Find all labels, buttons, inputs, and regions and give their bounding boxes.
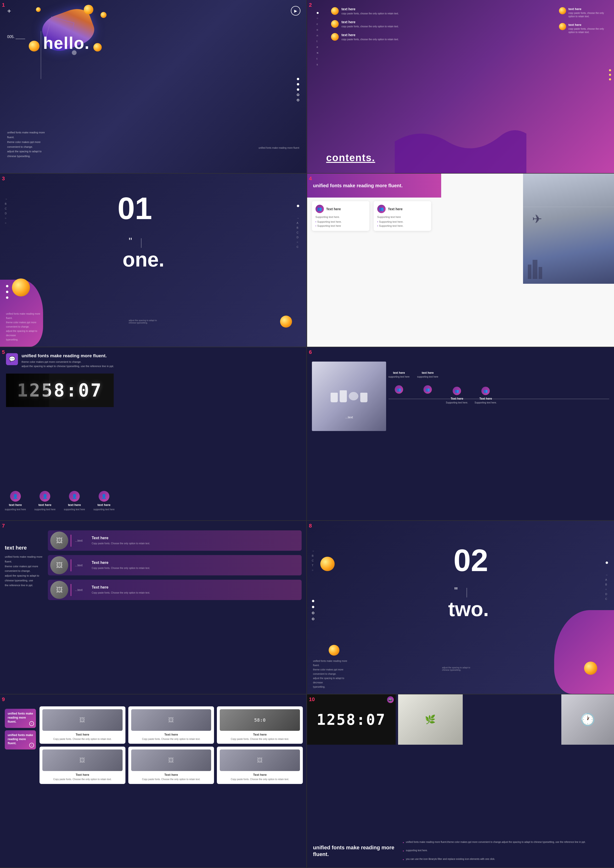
slide-8: 8 → B C T ○ 02 xyxy=(307,521,614,694)
img-placeholder-2: 🖼 xyxy=(56,561,63,569)
bullet-dot-2: • xyxy=(315,224,316,227)
s10-bullet-row-2: • supporting text here. xyxy=(403,848,609,854)
s8-right-nav-6: C xyxy=(605,598,608,600)
arrow-button[interactable]: ▶ xyxy=(291,6,301,16)
grid-card-1-text: Copy paste fonts. Choose the only option… xyxy=(42,738,122,741)
dot-1 xyxy=(297,78,299,80)
header-bar: unified fonts make reading more fluent. xyxy=(307,174,441,197)
card-2-header: 👥 Text here xyxy=(377,205,428,213)
grid-img-6: 🖼 xyxy=(220,750,300,771)
top-title: unified fonts make reading more fluent. xyxy=(22,353,114,359)
timeline-line xyxy=(389,399,609,399)
node-1-top-title: text here xyxy=(393,371,405,374)
purple-blob-right xyxy=(554,610,614,694)
slide-6-photo xyxy=(312,362,386,431)
right-card-1-desc: copy paste fonts, choose the only option… xyxy=(569,11,607,18)
left-nav-5: ○ xyxy=(5,217,8,220)
s10-timer-display: 1258:07 xyxy=(317,711,386,728)
desc-line-5: typesetting. xyxy=(6,338,42,342)
card-1-info: Text here Copy paste fonts. Choose the o… xyxy=(91,536,302,545)
node-4-bottom-sub: Supporting text here. xyxy=(475,401,497,404)
s8-nav-4: T xyxy=(312,564,315,567)
bottom-left-text: unified fonts make reading more fluent. … xyxy=(7,130,45,159)
bullet-text-4: Supporting text here. xyxy=(379,224,403,227)
nav-text-4: n xyxy=(317,34,319,37)
s8-right-nav: → A B ○ D C xyxy=(605,573,608,600)
card-title-1: Text here xyxy=(91,536,302,540)
card-1-bullet-2: • Supporting text here xyxy=(315,224,366,227)
nav-text-8: t xyxy=(317,57,319,60)
nav-text-9: s xyxy=(317,63,319,66)
dot-5 xyxy=(297,99,299,101)
icon-item-1: 👤 text here supporting text here xyxy=(5,491,26,511)
card-text-label-2: ...text xyxy=(75,564,88,567)
card-1-content: text here copy paste fonts, choose the o… xyxy=(341,7,399,16)
s8-bt-1: unified fonts make reading more fluent. xyxy=(313,659,351,668)
card-img-3: 🖼 xyxy=(50,581,68,599)
card-2-title: Text here xyxy=(388,207,403,211)
right-nav-4: C xyxy=(296,231,299,234)
node-group-1: text here supporting text here 👥 xyxy=(389,371,409,394)
s8-nav-1: → xyxy=(312,550,315,553)
gold-ball-3 xyxy=(36,7,41,12)
structure-3 xyxy=(539,267,542,279)
s8-gold-ball-2 xyxy=(329,645,340,655)
left-nav-items: → B C D ○ ○ xyxy=(5,197,8,224)
s8-right-nav-1: → xyxy=(605,573,608,576)
desc-line-1: unified fonts make reading more fluent. xyxy=(6,312,42,320)
card-2-info: Text here Copy paste fonts. Choose the o… xyxy=(91,561,302,570)
card-2-title: text here xyxy=(341,20,399,24)
slide-7-number: 7 xyxy=(2,523,5,529)
icon-circle-3: 👤 xyxy=(69,491,80,502)
bullet-text-2: Supporting text here xyxy=(317,224,341,227)
grid-img-1: 🖼 xyxy=(42,709,122,731)
slide-9-number: 9 xyxy=(2,696,5,703)
icon-circle-4: 👤 xyxy=(99,491,109,502)
right-dot-gold-2 xyxy=(609,74,611,76)
slide-6-number: 6 xyxy=(309,349,312,356)
nav-dot-1 xyxy=(317,12,319,14)
gold-ball-5 xyxy=(93,43,102,51)
feature-card-1: 👥 Text here Supporting text here. • Supp… xyxy=(312,201,369,231)
horizon-line xyxy=(523,207,614,207)
quote-mark: " xyxy=(129,236,132,247)
right-gold-ball-1 xyxy=(559,7,566,14)
banner-2-text: unified fonts make reading more fluent. xyxy=(8,733,33,745)
banner-2-arrow[interactable]: › xyxy=(29,743,34,748)
airplane-icon: ✈ xyxy=(532,212,542,226)
right-card-2-title: text here xyxy=(569,23,607,26)
s10-bottom-left: unified fonts make reading more fluent. xyxy=(313,844,399,858)
slide-3: 3 → B C D ○ ○ 01 " xyxy=(0,174,307,347)
card-1-title: text here xyxy=(341,7,399,11)
node-4-bottom-title: Text here xyxy=(479,397,492,401)
white-dot-l3 xyxy=(6,297,8,299)
right-card-2-content: text here copy paste fonts, choose the o… xyxy=(569,23,607,34)
s8-gold-ball-1 xyxy=(320,557,335,571)
banner-1-arrow[interactable]: › xyxy=(29,721,34,726)
grid-card-6: 🖼 Text here Copy paste fonts. Choose the… xyxy=(217,747,303,784)
timer-blur xyxy=(6,374,49,407)
desc-line-4: adjust the spacing to adapt to decrease xyxy=(6,329,42,338)
desc-7-4: the reference line in ppt. xyxy=(5,583,45,588)
right-nav-5: D xyxy=(296,236,299,239)
slide-3-number: 3 xyxy=(2,175,5,182)
banner-1: unified fonts make reading more fluent. … xyxy=(5,709,36,728)
bottom-line-2: fluent. xyxy=(7,135,45,140)
slide-1: 1 + ▶ hello. 005. unified fonts xyxy=(0,0,307,174)
bottom-line-3: theme color makes ppt more xyxy=(7,140,45,144)
s8-right-nav-5: D xyxy=(605,593,608,596)
slide-2: 2 ○ c o n t e ɴ t s text here co xyxy=(307,0,614,174)
bullet-text-2: supporting text here. xyxy=(406,848,428,854)
card-row-3: text here copy paste fonts, choose the o… xyxy=(331,33,566,41)
card-gold-ball-3 xyxy=(331,33,339,41)
card-gold-ball-2 xyxy=(331,20,339,28)
plate-1 xyxy=(349,392,358,401)
slide-5: 5 💬 unified fonts make reading more flue… xyxy=(0,347,307,521)
card-3-content: text here copy paste fonts, choose the o… xyxy=(341,33,399,41)
right-card-2-desc: copy paste fonts, choose the only option… xyxy=(569,27,607,34)
card-2-bullet-1: • Supporting text here. xyxy=(377,220,428,223)
card-text-label-3: ...text xyxy=(75,588,88,592)
s8-gold-ball-3 xyxy=(584,661,597,675)
grid-img-5: 🖼 xyxy=(131,750,211,771)
card-text-label-1: ...text xyxy=(75,539,88,542)
